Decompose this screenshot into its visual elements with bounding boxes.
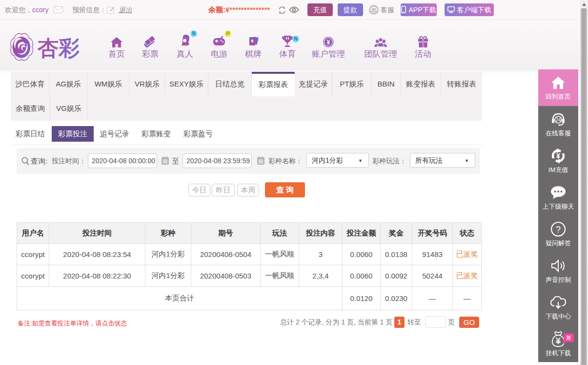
svg-text:24: 24 xyxy=(555,117,561,123)
svg-text:?: ? xyxy=(556,225,561,235)
